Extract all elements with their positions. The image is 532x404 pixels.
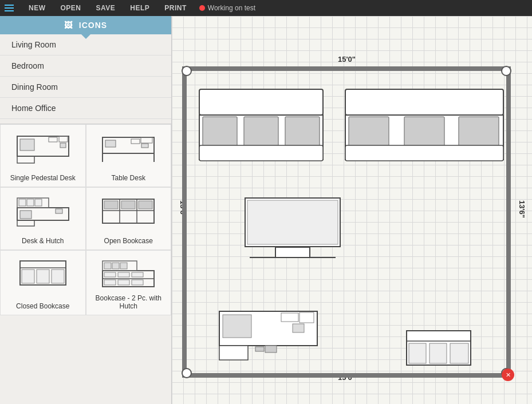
new-button[interactable]: NEW <box>26 3 48 13</box>
svg-rect-41 <box>132 280 143 285</box>
svg-rect-31 <box>37 270 49 283</box>
svg-rect-42 <box>104 263 111 269</box>
furniture-open-bookcase[interactable]: Open Bookcase <box>86 187 172 250</box>
svg-rect-30 <box>22 270 34 283</box>
open-button[interactable]: OPEN <box>58 3 84 13</box>
svg-rect-3 <box>49 137 57 142</box>
sofa-left[interactable] <box>198 88 324 163</box>
svg-rect-71 <box>409 343 426 363</box>
svg-rect-67 <box>255 347 264 351</box>
print-button[interactable]: PRINT <box>162 3 189 13</box>
svg-rect-5 <box>60 143 66 148</box>
icons-tab[interactable]: 🖼 ICONS <box>0 16 171 34</box>
svg-rect-39 <box>104 280 116 285</box>
toolbar: NEW OPEN SAVE HELP PRINT Working on test <box>0 0 532 16</box>
corner-top-right <box>501 66 511 76</box>
svg-rect-40 <box>118 280 129 285</box>
tv-unit[interactable] <box>244 197 341 260</box>
status-dot <box>199 5 205 11</box>
svg-rect-26 <box>121 201 135 209</box>
single-pedestal-desk-icon <box>14 130 72 165</box>
furniture-closed-bookcase[interactable]: Closed Bookcase <box>0 250 86 315</box>
svg-rect-4 <box>59 136 68 142</box>
svg-rect-45 <box>199 89 323 115</box>
svg-rect-62 <box>219 346 248 360</box>
svg-rect-63 <box>223 315 251 338</box>
table-desk-label: Table Desk <box>112 174 145 182</box>
svg-rect-25 <box>104 201 118 209</box>
svg-rect-32 <box>52 270 64 283</box>
svg-rect-66 <box>293 324 304 332</box>
svg-rect-51 <box>345 89 503 115</box>
svg-rect-59 <box>275 247 310 258</box>
svg-rect-38 <box>132 272 143 277</box>
svg-rect-44 <box>120 263 127 269</box>
save-button[interactable]: SAVE <box>94 3 118 13</box>
corner-top-left <box>182 66 192 76</box>
furniture-grid: Single Pedestal Desk Table Desk <box>0 124 171 315</box>
svg-rect-73 <box>450 343 468 363</box>
closed-bookcase-label: Closed Bookcase <box>16 302 69 310</box>
delete-room-button[interactable] <box>502 369 514 381</box>
svg-rect-43 <box>112 263 119 269</box>
desk-hutch-icon <box>14 193 72 228</box>
svg-rect-18 <box>35 199 42 206</box>
svg-rect-10 <box>141 137 152 143</box>
status-label: Working on test <box>208 4 255 12</box>
svg-rect-20 <box>56 209 62 213</box>
room-width-label-top: 15'0" <box>338 55 356 64</box>
svg-rect-27 <box>139 201 152 209</box>
svg-rect-16 <box>19 199 26 206</box>
svg-rect-1 <box>17 156 34 163</box>
icons-tab-label: ICONS <box>79 21 107 30</box>
svg-rect-9 <box>131 139 140 144</box>
desk-hutch-label: Desk & Hutch <box>22 237 64 245</box>
sidebar-item-bedroom[interactable]: Bedroom <box>0 56 171 77</box>
sidebar: 🖼 ICONS Living Room Bedroom Dining Room … <box>0 16 172 404</box>
furniture-single-pedestal-desk[interactable]: Single Pedestal Desk <box>0 124 86 187</box>
bookcase-2pc-hutch-label: Bookcase - 2 Pc. with Hutch <box>89 294 168 310</box>
sidebar-item-home-office[interactable]: Home Office <box>0 98 171 119</box>
table-desk-icon <box>100 130 157 165</box>
working-status: Working on test <box>199 4 255 12</box>
icons-tab-icon: 🖼 <box>64 21 73 30</box>
hamburger-icon[interactable] <box>5 5 14 11</box>
svg-rect-12 <box>105 140 116 147</box>
sofa-right[interactable] <box>344 88 505 163</box>
room <box>182 66 511 378</box>
svg-rect-17 <box>27 199 34 206</box>
furniture-desk-hutch[interactable]: Desk & Hutch <box>0 187 86 250</box>
svg-rect-58 <box>247 200 338 244</box>
svg-rect-56 <box>345 145 503 161</box>
placed-single-pedestal-desk[interactable] <box>218 310 318 362</box>
svg-rect-36 <box>104 272 116 277</box>
svg-rect-72 <box>429 343 447 363</box>
closed-bookcase-icon <box>14 256 72 291</box>
open-bookcase-icon <box>100 193 157 228</box>
room-height-label-right: 13'6" <box>518 200 526 218</box>
furniture-table-desk[interactable]: Table Desk <box>86 124 172 187</box>
svg-rect-2 <box>20 139 34 150</box>
placed-closed-bookcase[interactable] <box>404 328 473 383</box>
svg-rect-50 <box>199 145 323 161</box>
sidebar-item-dining-room[interactable]: Dining Room <box>0 77 171 98</box>
svg-rect-37 <box>118 272 129 277</box>
svg-rect-11 <box>141 144 148 148</box>
furniture-bookcase-2pc-hutch[interactable]: Bookcase - 2 Pc. with Hutch <box>86 250 172 315</box>
corner-bottom-left <box>182 368 192 378</box>
svg-rect-14 <box>17 220 34 226</box>
svg-rect-68 <box>265 346 277 352</box>
open-bookcase-label: Open Bookcase <box>104 237 153 245</box>
help-button[interactable]: HELP <box>128 3 152 13</box>
single-pedestal-desk-label: Single Pedestal Desk <box>10 174 76 182</box>
canvas[interactable]: 15'0" 15'0" 13'6" 13'6" <box>172 16 532 404</box>
bookcase-2pc-hutch-icon <box>100 256 157 291</box>
svg-rect-19 <box>20 211 31 219</box>
